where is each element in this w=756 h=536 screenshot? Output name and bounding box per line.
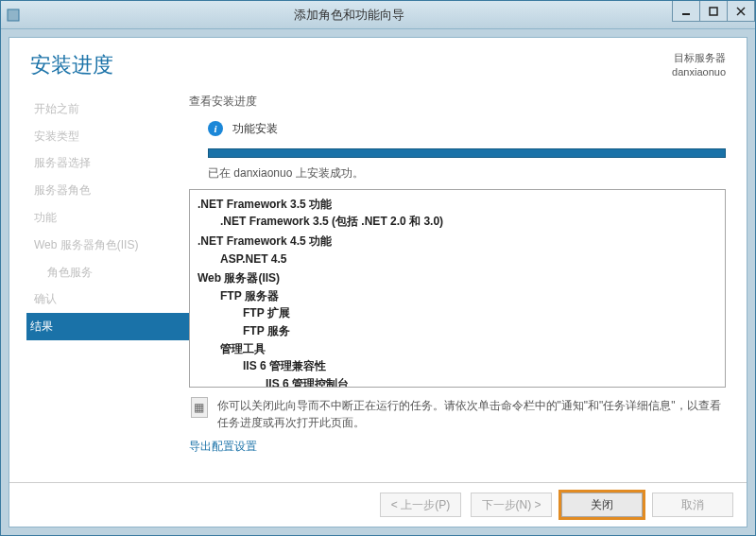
footer-note-text: 你可以关闭此向导而不中断正在运行的任务。请依次单击命令栏中的"通知"和"任务详细… xyxy=(217,397,724,431)
wizard-sidebar: 开始之前安装类型服务器选择服务器角色功能Web 服务器角色(IIS)角色服务确认… xyxy=(30,90,189,482)
section-label: 查看安装进度 xyxy=(189,90,726,119)
sidebar-item-1: 安装类型 xyxy=(30,123,189,150)
status-text: 功能安装 xyxy=(232,121,278,137)
progress-bar xyxy=(208,148,726,158)
app-icon xyxy=(1,9,26,22)
minimize-button[interactable] xyxy=(672,1,700,22)
target-server-label: 目标服务器 xyxy=(672,51,726,65)
window-title: 添加角色和功能向导 xyxy=(26,7,673,24)
previous-button: < 上一步(P) xyxy=(380,493,461,517)
next-button: 下一步(N) > xyxy=(471,493,552,517)
feature-item: Web 服务器(IIS) xyxy=(198,269,717,287)
feature-item: FTP 服务 xyxy=(198,322,717,340)
cancel-button: 取消 xyxy=(652,493,733,517)
maximize-button[interactable] xyxy=(699,1,728,22)
feature-item: IIS 6 管理控制台 xyxy=(198,375,717,388)
feature-item: ASP.NET 4.5 xyxy=(198,251,717,268)
sidebar-item-3: 服务器角色 xyxy=(30,177,189,204)
export-config-link[interactable]: 导出配置设置 xyxy=(189,437,726,460)
close-wizard-button[interactable]: 关闭 xyxy=(561,493,643,517)
svg-rect-0 xyxy=(8,9,19,21)
page-title: 安装进度 xyxy=(30,51,672,79)
note-icon: ▦ xyxy=(191,397,208,418)
wizard-window: 添加角色和功能向导 安装进度 目标服务器 danxiaonuo 开始之前安装类型… xyxy=(0,0,756,536)
feature-item: IIS 6 管理兼容性 xyxy=(198,357,717,375)
success-message: 已在 danxiaonuo 上安装成功。 xyxy=(189,165,726,189)
feature-item: 管理工具 xyxy=(198,340,717,358)
feature-item: .NET Framework 3.5 (包括 .NET 2.0 和 3.0) xyxy=(198,213,717,231)
sidebar-item-2: 服务器选择 xyxy=(30,149,189,177)
sidebar-item-6: 角色服务 xyxy=(30,259,189,286)
sidebar-item-5: Web 服务器角色(IIS) xyxy=(30,232,189,259)
info-icon: i xyxy=(208,121,223,136)
sidebar-item-0: 开始之前 xyxy=(30,95,189,123)
close-button[interactable] xyxy=(727,1,755,22)
target-server-block: 目标服务器 danxiaonuo xyxy=(672,51,726,80)
sidebar-item-8: 结果 xyxy=(26,313,189,340)
target-server-name: danxiaonuo xyxy=(672,65,726,79)
feature-item: .NET Framework 3.5 功能 xyxy=(198,196,717,214)
button-row: < 上一步(P) 下一步(N) > 关闭 取消 xyxy=(9,482,747,527)
svg-rect-2 xyxy=(710,8,717,15)
feature-item: .NET Framework 4.5 功能 xyxy=(198,233,717,251)
feature-item: FTP 扩展 xyxy=(198,304,717,322)
wizard-body: 安装进度 目标服务器 danxiaonuo 开始之前安装类型服务器选择服务器角色… xyxy=(9,37,747,527)
titlebar: 添加角色和功能向导 xyxy=(1,1,755,29)
sidebar-item-7: 确认 xyxy=(30,285,189,313)
sidebar-item-4: 功能 xyxy=(30,204,189,232)
wizard-main: 查看安装进度 i 功能安装 已在 danxiaonuo 上安装成功。 .NET … xyxy=(189,90,726,482)
feature-tree[interactable]: .NET Framework 3.5 功能.NET Framework 3.5 … xyxy=(189,189,726,388)
feature-item: FTP 服务器 xyxy=(198,287,717,305)
